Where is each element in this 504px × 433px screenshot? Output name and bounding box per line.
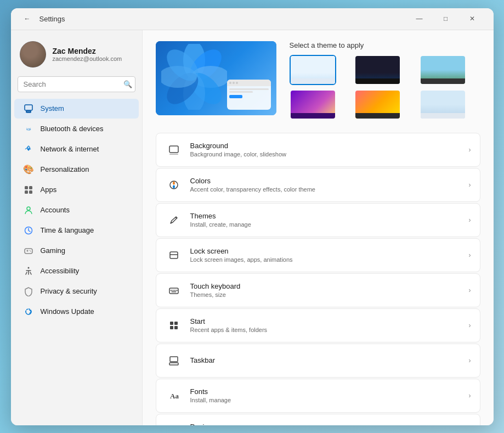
window-content: Zac Mendez zacmendez@outlook.com 🔍 (11, 30, 494, 425)
taskbar-chevron: › (469, 357, 471, 364)
svg-point-15 (27, 267, 29, 268)
themes-desc: Install, create, manage (190, 221, 469, 228)
background-desc: Background image, color, slideshow (190, 151, 469, 158)
sidebar-item-update[interactable]: Windows Update (14, 302, 139, 322)
background-text: Background Background image, color, slid… (190, 142, 469, 158)
colors-title: Colors (190, 177, 469, 185)
background-icon (165, 141, 183, 159)
svg-rect-32 (174, 290, 175, 291)
back-button[interactable]: ← (20, 11, 35, 26)
svg-rect-35 (170, 322, 173, 325)
theme-preview-soft (421, 91, 465, 119)
sidebar-label-gaming: Gaming (41, 246, 66, 255)
sidebar-item-accessibility[interactable]: Accessibility (14, 261, 139, 281)
sidebar-item-privacy[interactable]: Privacy & security (14, 282, 139, 301)
themes-grid-section: Select a theme to apply (290, 41, 480, 120)
theme-item-soft[interactable] (420, 89, 466, 120)
theme-item-dark[interactable] (354, 55, 401, 85)
sidebar-item-apps[interactable]: Apps (14, 180, 139, 200)
sidebar-label-accessibility: Accessibility (41, 267, 80, 275)
network-icon (23, 144, 34, 155)
svg-rect-5 (29, 186, 32, 189)
svg-rect-0 (25, 105, 32, 110)
settings-item-fonts[interactable]: Aa Fonts Install, manage › (156, 379, 480, 413)
nav-list: System ⎃ Bluetooth & devices Network & i… (11, 99, 142, 322)
minimize-button[interactable]: — (407, 10, 432, 27)
touch-keyboard-chevron: › (469, 286, 471, 294)
svg-rect-27 (170, 252, 178, 258)
sidebar-item-gaming[interactable]: Gaming (14, 241, 139, 261)
device-usage-icon (165, 422, 183, 425)
sidebar-label-personalization: Personalization (41, 165, 89, 173)
touch-keyboard-desc: Themes, size (190, 291, 469, 298)
search-icon-button[interactable]: 🔍 (123, 80, 132, 88)
svg-rect-24 (169, 146, 178, 153)
taskbar-text: Taskbar (190, 356, 469, 364)
sidebar-item-accounts[interactable]: Accounts (14, 200, 139, 220)
window-controls: — □ ✕ (407, 10, 485, 27)
device-usage-title: Device usage (190, 423, 469, 425)
accounts-icon (23, 205, 34, 216)
start-title: Start (190, 317, 469, 325)
sidebar-label-network: Network & internet (41, 145, 99, 153)
main-content: Select a theme to apply (143, 30, 494, 425)
theme-item-light[interactable] (290, 55, 336, 85)
update-icon (23, 306, 34, 317)
svg-rect-6 (25, 190, 28, 194)
settings-item-background[interactable]: Background Background image, color, slid… (156, 133, 480, 167)
theme-preview-light (291, 56, 335, 84)
themes-grid (290, 55, 480, 120)
settings-item-taskbar[interactable]: Taskbar › (156, 344, 480, 378)
themes-title: Themes (190, 212, 469, 220)
colors-desc: Accent color, transparency effects, colo… (190, 186, 469, 193)
start-chevron: › (469, 322, 471, 329)
settings-item-lock-screen[interactable]: Lock screen Lock screen images, apps, an… (156, 238, 480, 272)
sidebar-item-system[interactable]: System (14, 99, 139, 119)
svg-point-3 (27, 148, 29, 150)
svg-point-13 (29, 250, 30, 251)
svg-rect-38 (174, 326, 178, 329)
settings-item-colors[interactable]: Colors Accent color, transparency effect… (156, 168, 480, 202)
sidebar-item-network[interactable]: Network & internet (14, 139, 139, 159)
settings-item-start[interactable]: Start Recent apps & items, folders › (156, 308, 480, 342)
fonts-desc: Install, manage (190, 397, 469, 403)
privacy-icon (23, 286, 34, 297)
gaming-icon (23, 245, 34, 256)
lock-screen-text: Lock screen Lock screen images, apps, an… (190, 247, 469, 263)
search-input[interactable] (18, 76, 135, 92)
theme-item-landscape[interactable] (420, 55, 466, 85)
settings-item-themes[interactable]: Themes Install, create, manage › (156, 203, 480, 237)
taskbar-icon (165, 352, 183, 369)
theme-item-colorful[interactable] (354, 89, 401, 120)
sidebar-item-time[interactable]: Time & language (14, 221, 139, 240)
settings-item-device-usage[interactable]: Device usage Customized suggestions for … (156, 414, 480, 425)
avatar (20, 41, 46, 68)
theme-preview-image (156, 41, 276, 115)
user-info: Zac Mendez zacmendez@outlook.com (53, 47, 122, 62)
themes-chevron: › (469, 216, 471, 224)
apps-icon (23, 184, 34, 195)
lock-screen-title: Lock screen (190, 247, 469, 255)
svg-text:Aa: Aa (170, 392, 179, 400)
sidebar-item-bluetooth[interactable]: ⎃ Bluetooth & devices (14, 119, 139, 139)
fonts-icon: Aa (165, 387, 183, 404)
settings-item-touch-keyboard[interactable]: Touch keyboard Themes, size › (156, 273, 480, 307)
close-button[interactable]: ✕ (460, 10, 485, 27)
theme-item-purple[interactable] (290, 89, 336, 120)
preview-window-overlay (227, 80, 271, 110)
start-icon (165, 317, 183, 334)
user-email: zacmendez@outlook.com (53, 55, 122, 62)
sidebar-item-personalization[interactable]: 🎨 Personalization (14, 160, 139, 179)
sidebar-label-time: Time & language (41, 226, 94, 234)
lock-screen-icon (165, 246, 183, 264)
theme-preview-container (156, 41, 276, 120)
colors-chevron: › (469, 181, 471, 189)
lock-screen-chevron: › (469, 251, 471, 259)
maximize-button[interactable]: □ (433, 10, 458, 27)
search-box: 🔍 (18, 76, 135, 92)
svg-rect-34 (171, 291, 176, 293)
svg-rect-4 (25, 186, 28, 189)
colors-icon (165, 176, 183, 194)
svg-rect-39 (169, 363, 178, 365)
themes-select-label: Select a theme to apply (290, 41, 480, 49)
